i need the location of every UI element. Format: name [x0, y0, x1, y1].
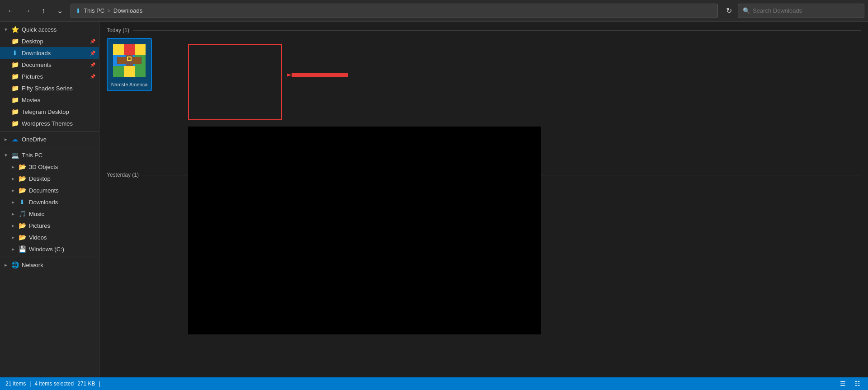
svg-rect-10: [135, 66, 146, 77]
group-label-today: Today (1): [107, 27, 129, 33]
main-layout: ▼ ⭐ Quick access 📁 Desktop 📌 ⬇ Downloads…: [0, 22, 868, 377]
sidebar-item-label: Music: [29, 211, 44, 217]
search-bar[interactable]: 🔍: [738, 4, 864, 18]
chevron-right-icon: ►: [11, 223, 16, 228]
chevron-right-icon: ►: [11, 247, 16, 252]
onedrive-label: OneDrive: [22, 136, 47, 143]
address-bar[interactable]: ⬇ This PC > Downloads: [71, 4, 718, 18]
sidebar-item-label: Pictures: [29, 222, 50, 229]
svg-rect-3: [124, 44, 135, 55]
folder-icon: 📂: [18, 221, 26, 230]
sidebar-item-label: Pictures: [22, 73, 43, 80]
folder-icon: 📁: [11, 61, 19, 69]
folder-icon: 📁: [11, 108, 19, 116]
svg-rect-4: [135, 44, 146, 55]
sidebar-item-fifty-shades[interactable]: 📁 Fifty Shades Series: [0, 82, 99, 94]
sidebar-item-label: Documents: [22, 61, 52, 68]
breadcrumb-folder: Downloads: [113, 7, 142, 14]
computer-icon: 💻: [11, 151, 19, 159]
sidebar-item-videos[interactable]: ► 📂 Videos: [0, 231, 99, 243]
sidebar-item-label: Desktop: [29, 175, 51, 182]
cloud-icon: ☁: [11, 135, 19, 143]
sidebar-item-label: Downloads: [29, 199, 58, 206]
chevron-right-icon: ►: [11, 188, 16, 193]
thispc-label: This PC: [22, 152, 42, 159]
folder-icon: 💾: [18, 245, 26, 253]
address-folder-icon: ⬇: [75, 7, 81, 14]
sidebar-item-music[interactable]: ► 🎵 Music: [0, 208, 99, 220]
title-bar: ← → ↑ ⌄ ⬇ This PC > Downloads ↻ 🔍: [0, 0, 868, 22]
folder-icon: 📂: [18, 233, 26, 241]
pin-icon: 📌: [90, 62, 95, 67]
pin-icon: 📌: [90, 74, 95, 79]
sidebar-section-quick-access[interactable]: ▼ ⭐ Quick access: [0, 23, 99, 35]
today-files-grid: Namste America: [103, 36, 864, 93]
status-bar: 21 items | 4 items selected 271 KB | ☰ ☷: [0, 377, 868, 390]
sidebar-item-windows-c[interactable]: ► 💾 Windows (C:): [0, 243, 99, 255]
search-input[interactable]: [753, 7, 859, 14]
sidebar-item-pictures-quick[interactable]: 📁 Pictures 📌: [0, 70, 99, 82]
sidebar-section-thispc[interactable]: ▼ 💻 This PC: [0, 149, 99, 161]
sidebar: ▼ ⭐ Quick access 📁 Desktop 📌 ⬇ Downloads…: [0, 22, 99, 377]
folder-icon: 📂: [18, 163, 26, 171]
sidebar-item-documents-pc[interactable]: ► 📂 Documents: [0, 184, 99, 196]
sidebar-item-wordpress[interactable]: 📁 Wordpress Themes: [0, 117, 99, 129]
sidebar-item-label: Windows (C:): [29, 246, 64, 253]
sidebar-divider3: [0, 257, 99, 257]
quick-access-label: Quick access: [22, 26, 57, 33]
folder-icon: 📁: [11, 37, 19, 45]
forward-button[interactable]: →: [20, 4, 34, 18]
sidebar-item-telegram[interactable]: 📁 Telegram Desktop: [0, 106, 99, 117]
sidebar-item-3dobjects[interactable]: ► 📂 3D Objects: [0, 161, 99, 173]
folder-icon: 🎵: [18, 210, 26, 218]
chevron-down-icon: ▼: [4, 27, 9, 32]
status-right: ☰ ☷: [837, 378, 863, 389]
folder-icon: 📁: [11, 72, 19, 80]
sidebar-section-network[interactable]: ► 🌐 Network: [0, 259, 99, 271]
status-sep2: |: [99, 381, 100, 387]
sidebar-item-label: Fifty Shades Series: [22, 85, 73, 92]
chevron-right-icon: ►: [4, 263, 9, 268]
svg-rect-14: [128, 57, 131, 60]
sidebar-item-label: Videos: [29, 234, 47, 241]
sidebar-item-downloads-quick[interactable]: ⬇ Downloads 📌: [0, 47, 99, 59]
refresh-button[interactable]: ↻: [722, 4, 736, 18]
chevron-down-icon: ▼: [4, 153, 9, 158]
sidebar-item-label: Downloads: [22, 50, 51, 56]
svg-rect-9: [124, 66, 135, 77]
sidebar-item-label: Desktop: [22, 38, 43, 45]
network-label: Network: [22, 262, 43, 268]
sidebar-item-pictures-pc[interactable]: ► 📂 Pictures: [0, 220, 99, 231]
chevron-right-icon: ►: [11, 200, 16, 205]
file-item-namste[interactable]: Namste America: [107, 38, 152, 91]
sidebar-divider2: [0, 147, 99, 147]
sidebar-item-movies[interactable]: 📁 Movies: [0, 94, 99, 106]
down-history-button[interactable]: ⌄: [52, 4, 67, 18]
status-selected-info: 4 items selected: [34, 381, 74, 387]
status-item-count: 21 items: [5, 381, 26, 387]
winrar-svg: [113, 44, 146, 77]
up-button[interactable]: ↑: [36, 4, 51, 18]
back-button[interactable]: ←: [4, 4, 18, 18]
folder-icon: 📁: [11, 84, 19, 92]
chevron-right-icon: ►: [11, 176, 16, 181]
sidebar-item-downloads-pc[interactable]: ► ⬇ Downloads: [0, 196, 99, 208]
chevron-right-icon: ►: [11, 235, 16, 240]
folder-icon: 📁: [11, 119, 19, 127]
star-icon: ⭐: [11, 25, 19, 33]
sidebar-item-documents-quick[interactable]: 📁 Documents 📌: [0, 59, 99, 70]
folder-icon: ⬇: [11, 49, 19, 57]
view-grid-button[interactable]: ☷: [852, 378, 863, 389]
sidebar-item-label: Documents: [29, 187, 59, 194]
folder-icon: ⬇: [18, 198, 26, 206]
status-selected-size: 271 KB: [77, 381, 95, 387]
sidebar-section-onedrive[interactable]: ► ☁ OneDrive: [0, 133, 99, 145]
svg-rect-2: [113, 44, 124, 55]
sidebar-item-label: 3D Objects: [29, 164, 58, 170]
sidebar-item-desktop-quick[interactable]: 📁 Desktop 📌: [0, 35, 99, 47]
sidebar-item-desktop-pc[interactable]: ► 📂 Desktop: [0, 173, 99, 184]
folder-icon: 📁: [11, 96, 19, 104]
pin-icon: 📌: [90, 39, 95, 44]
view-list-button[interactable]: ☰: [837, 378, 848, 389]
network-icon: 🌐: [11, 261, 19, 269]
